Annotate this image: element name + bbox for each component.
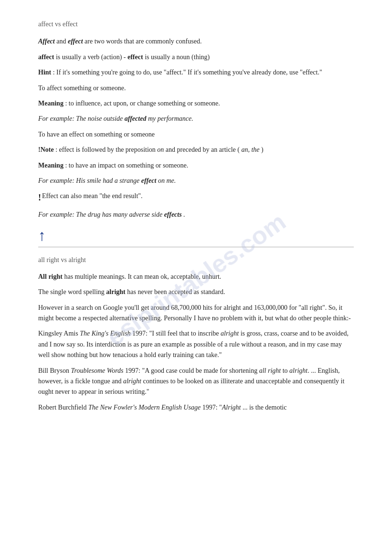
alright-note: The single word spelling alright has nev… [38, 287, 354, 297]
intro-rest: are two words that are commonly confused… [85, 38, 201, 45]
effect-heading: To have an effect on something or someon… [38, 129, 354, 140]
exclamation-mark: ! [38, 191, 41, 205]
affect-meaning: Meaning : to influence, act upon, or cha… [38, 98, 354, 109]
effect-note-end: ) [261, 146, 264, 153]
affect-example: For example: The noise outside affected … [38, 114, 354, 124]
effect-rule-bold: effect [127, 53, 143, 61]
affect-meaning-label: Meaning [38, 100, 64, 107]
extra-example-pre: For example: The drug has many adverse s… [38, 211, 164, 218]
hint-label: Hint [38, 69, 51, 76]
affect-meaning-text: : to influence, act upon, or change some… [65, 100, 220, 107]
google-note: However in a search on Google you'll get… [38, 303, 354, 324]
effect-note: !Note : effect is followed by the prepos… [38, 145, 354, 155]
affect-example-bold: affected [125, 115, 147, 122]
rule-end: is usually a noun (thing) [145, 53, 210, 61]
affect-rule-bold: affect [38, 53, 54, 61]
effect-example: For example: His smile had a strange eff… [38, 176, 354, 186]
affect-heading: To affect something or someone. [38, 83, 354, 94]
effect-meaning-text: : to have an impact on something or some… [65, 162, 188, 169]
effect-meaning-label: Meaning [38, 162, 64, 169]
effect-note-articles: an, the [241, 146, 259, 153]
alright-bold: alright [106, 288, 125, 295]
robert-book: The New Fowler's Modern English Usage [88, 404, 201, 411]
extra-example-bold: effects [164, 211, 182, 218]
bill-alright2: alright [123, 378, 141, 385]
extra-note-text: Effect can also mean "the end result". [42, 191, 143, 201]
affect-example-pre: For example: The noise outside [38, 115, 125, 122]
effect-note-mid: and preceded by an article ( [166, 146, 240, 153]
section1: affect vs effect Affect and effect are t… [38, 19, 354, 247]
allright-intro-text: has multiple meanings. It can mean ok, a… [64, 273, 221, 280]
extra-example: For example: The drug has many adverse s… [38, 210, 354, 220]
kingsley-alright: alright [221, 330, 239, 337]
hint-paragraph: Hint : If it's something you're going to… [38, 67, 354, 78]
effect-example-bold: effect [141, 177, 157, 184]
intro-paragraph: Affect and effect are two words that are… [38, 36, 354, 47]
rule-paragraph: affect is usually a verb (action) - effe… [38, 52, 354, 63]
effect-example-pre: For example: His smile had a strange [38, 177, 141, 184]
effect-example-post: on me. [158, 177, 176, 184]
effect-bold-italic: effect [68, 38, 83, 45]
affect-bold-italic: Affect [38, 38, 55, 45]
robert-quote: Robert Burchfield The New Fowler's Moder… [38, 402, 354, 413]
section2: all right vs alright All right has multi… [38, 255, 354, 413]
robert-alright: Alright [222, 404, 241, 411]
allright-bold: All right [38, 273, 63, 280]
up-arrow-icon: ↑ [38, 228, 354, 243]
affect-example-post: my performance. [148, 115, 193, 122]
alright-note-text: has never been accepted as standard. [127, 288, 225, 295]
effect-note-label: !Note [38, 146, 54, 153]
rule-middle: is usually a verb (action) - [56, 53, 127, 61]
bill-book: Troublesome Words [71, 367, 123, 374]
effect-meaning: Meaning : to have an impact on something… [38, 160, 354, 171]
allright-intro: All right has multiple meanings. It can … [38, 272, 354, 282]
intro-and: and [56, 38, 68, 45]
hint-text: : If it's something you're going to do, … [53, 69, 322, 76]
kingsley-quote: Kingsley Amis The King's English 1997: "… [38, 328, 354, 360]
section2-title: all right vs alright [38, 255, 354, 265]
kingsley-book: The King's English [80, 330, 130, 337]
bill-alright: alright [289, 367, 307, 374]
bill-allright: all right [259, 367, 281, 374]
extra-example-dot: . [183, 211, 185, 218]
section-divider [38, 247, 354, 247]
effect-note-text: : effect is followed by the preposition [55, 146, 157, 153]
extra-note-container: ! Effect can also mean "the end result". [38, 191, 354, 205]
bill-quote: Bill Bryson Troublesome Words 1997: "A g… [38, 366, 354, 398]
effect-note-on: on [157, 146, 164, 153]
section1-title: affect vs effect [38, 19, 354, 30]
alright-note-pre: The single word spelling [38, 288, 106, 295]
